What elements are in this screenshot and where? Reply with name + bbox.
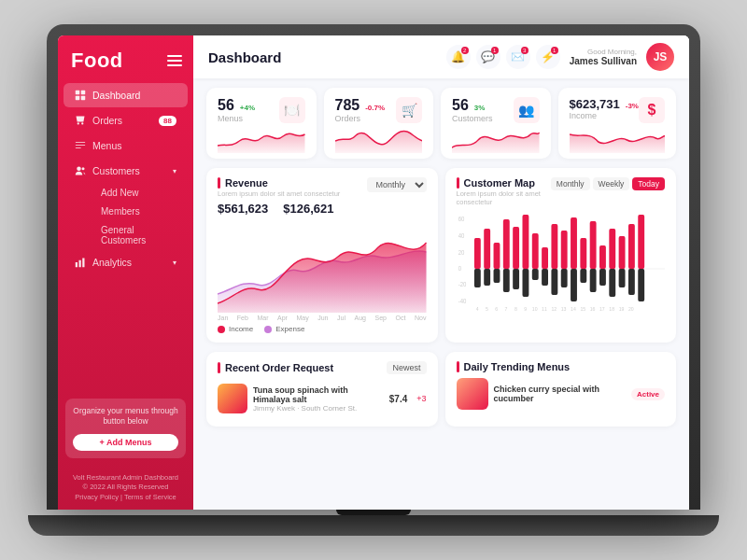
income-legend-label: Income xyxy=(229,325,253,333)
sidebar-item-add-new[interactable]: Add New xyxy=(90,184,188,202)
svg-rect-3 xyxy=(81,96,86,101)
svg-rect-48 xyxy=(609,269,615,297)
revenue-value2: $126,621 xyxy=(283,202,333,216)
revenue-filter-select[interactable]: Monthly xyxy=(367,177,427,192)
today-filter-button[interactable]: Today xyxy=(632,177,665,190)
sidebar-sub-nav: Add New Members General Customers xyxy=(58,184,193,249)
alert-notification-button[interactable]: ⚡ 1 xyxy=(536,45,560,69)
notification-icons: 🔔 2 💬 1 ✉️ 3 xyxy=(446,45,560,69)
svg-text:15: 15 xyxy=(580,306,585,312)
topbar-right: 🔔 2 💬 1 ✉️ 3 xyxy=(446,43,674,71)
svg-text:8: 8 xyxy=(514,306,516,312)
sidebar-title: Food xyxy=(71,49,123,73)
svg-rect-24 xyxy=(493,269,500,283)
svg-rect-26 xyxy=(502,269,509,292)
svg-text:-20: -20 xyxy=(458,281,466,288)
topbar: Dashboard 🔔 2 💬 1 ✉ xyxy=(193,35,689,78)
monthly-filter-button[interactable]: Monthly xyxy=(551,177,590,190)
income-legend-dot xyxy=(218,326,225,333)
sidebar-nav: Dashboard Orders 88 Menus Customers xyxy=(58,82,193,391)
svg-rect-25 xyxy=(502,219,509,269)
sidebar-dashboard-label: Dashboard xyxy=(92,90,140,101)
svg-rect-41 xyxy=(580,238,586,269)
sidebar-item-dashboard[interactable]: Dashboard xyxy=(63,83,188,107)
customer-name: Jimmy Kwek xyxy=(253,404,295,413)
order-customer: Jimmy Kwek · South Corner St. xyxy=(253,404,384,413)
customers-change: 3% xyxy=(474,104,486,112)
user-name: James Sullivan xyxy=(570,56,637,66)
svg-rect-45 xyxy=(599,245,606,269)
status-badge: Active xyxy=(631,388,665,400)
sidebar-item-menus[interactable]: Menus xyxy=(63,133,188,158)
sidebar-promo: Organize your menus through button below… xyxy=(65,399,186,457)
svg-text:0: 0 xyxy=(458,265,461,273)
svg-text:18: 18 xyxy=(609,306,614,312)
revenue-chart-area xyxy=(218,219,427,313)
sidebar-menus-label: Menus xyxy=(92,140,122,151)
add-menu-button[interactable]: + Add Menus xyxy=(73,434,178,451)
recent-orders-header: Recent Order Request Newest xyxy=(218,361,427,374)
weekly-filter-button[interactable]: Weekly xyxy=(593,177,630,190)
svg-text:40: 40 xyxy=(458,232,464,240)
hamburger-icon[interactable] xyxy=(167,55,182,66)
svg-text:20: 20 xyxy=(627,306,633,312)
svg-text:6: 6 xyxy=(495,306,498,312)
svg-text:14: 14 xyxy=(571,306,576,312)
customer-map-chart-area: 60 40 20 0 -20 -40 xyxy=(457,210,666,313)
charts-row: Revenue Lorem ipsum dolor sit amet conse… xyxy=(206,168,676,343)
order-name: Tuna soup spinach with Himalaya salt xyxy=(253,385,384,404)
svg-text:5: 5 xyxy=(485,306,487,312)
customer-map-filters: Monthly Weekly Today xyxy=(551,177,665,190)
svg-rect-36 xyxy=(551,269,557,295)
trending-menus-header: Daily Trending Menus xyxy=(457,361,666,372)
bottom-row: Recent Order Request Newest Tuna soup sp… xyxy=(206,352,676,427)
avatar[interactable]: JS xyxy=(646,43,674,71)
email-notification-button[interactable]: ✉️ 3 xyxy=(506,45,530,69)
trending-info: Chicken curry special with cucumber xyxy=(494,385,626,403)
sidebar-item-customers[interactable]: Customers ▾ xyxy=(63,159,188,183)
footer-line2: © 2022 All Rights Reserved xyxy=(67,483,184,493)
svg-rect-37 xyxy=(560,231,567,269)
svg-rect-21 xyxy=(484,229,490,269)
chat-notification-button[interactable]: 💬 1 xyxy=(476,45,500,69)
orders-change: -0.7% xyxy=(365,104,385,112)
footer-line1: Volt Restaurant Admin Dashboard xyxy=(67,473,184,483)
svg-rect-50 xyxy=(618,269,625,287)
svg-rect-30 xyxy=(522,269,529,297)
sidebar: Food Dashboard Orders 88 xyxy=(58,35,193,510)
menus-label: Menus xyxy=(218,114,255,123)
promo-text: Organize your menus through button below xyxy=(73,406,178,427)
svg-rect-22 xyxy=(484,269,490,286)
svg-rect-28 xyxy=(513,269,519,289)
svg-text:20: 20 xyxy=(458,249,464,257)
main-content: Dashboard 🔔 2 💬 1 ✉ xyxy=(193,35,689,510)
customer-map-subtitle: Lorem ipsum dolor sit amet consectetur xyxy=(457,189,551,206)
sidebar-item-analytics[interactable]: Analytics ▾ xyxy=(63,250,188,274)
sidebar-orders-label: Orders xyxy=(92,115,122,126)
order-price: $7.4 xyxy=(389,394,407,404)
sidebar-item-members[interactable]: Members xyxy=(90,203,188,220)
bell-notification-button[interactable]: 🔔 2 xyxy=(446,45,471,69)
revenue-value1: $561,623 xyxy=(218,202,268,216)
customers-label: Customers xyxy=(452,114,493,123)
svg-rect-2 xyxy=(76,96,80,101)
order-info: Tuna soup spinach with Himalaya salt Jim… xyxy=(253,385,384,413)
sidebar-item-orders[interactable]: Orders 88 xyxy=(63,108,188,133)
list-item: Chicken curry special with cucumber Acti… xyxy=(457,378,666,410)
svg-rect-31 xyxy=(531,233,538,269)
income-legend: Income xyxy=(218,325,253,333)
bell-badge: 2 xyxy=(461,47,469,54)
orders-value: 785 xyxy=(335,97,360,114)
newest-filter-button[interactable]: Newest xyxy=(387,361,426,374)
svg-rect-5 xyxy=(76,145,86,146)
chat-badge: 1 xyxy=(491,47,499,54)
sidebar-item-general-customers[interactable]: General Customers xyxy=(90,221,188,249)
stat-card-income: $623,731 -3% Income $ xyxy=(558,88,676,159)
svg-rect-39 xyxy=(571,217,577,269)
svg-rect-0 xyxy=(76,91,80,95)
svg-rect-27 xyxy=(513,227,519,269)
svg-rect-35 xyxy=(551,224,557,269)
svg-text:7: 7 xyxy=(504,306,507,312)
svg-rect-10 xyxy=(79,260,81,268)
greeting-text: Good Morning, xyxy=(570,48,637,56)
